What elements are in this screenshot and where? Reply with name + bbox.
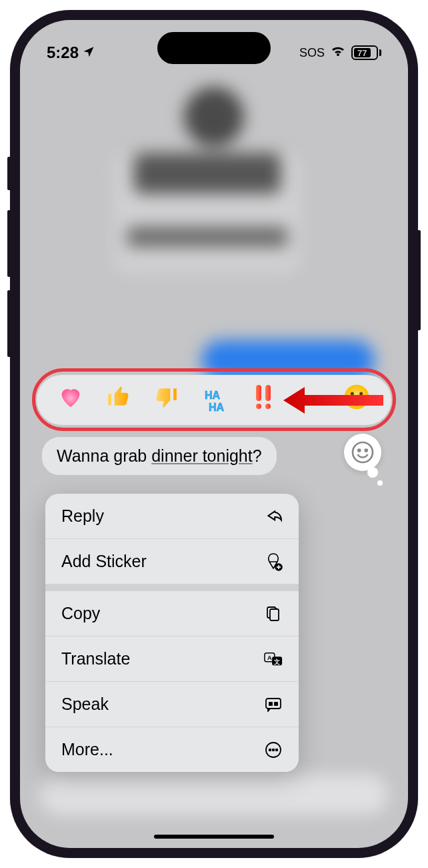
menu-more-label: More... [61,740,113,759]
battery-level: 77 [354,48,371,57]
sticker-icon [264,552,283,571]
translate-icon: A文 [264,650,283,669]
speak-icon [264,695,283,714]
svg-point-11 [365,450,367,452]
tapback-thumbsup-icon[interactable] [106,384,131,416]
svg-text:A: A [267,654,272,661]
tapback-bar: HAHA [37,375,391,425]
menu-translate[interactable]: Translate A文 [45,636,299,682]
svg-point-24 [276,749,278,751]
svg-text:文: 文 [273,658,280,665]
more-icon [264,741,283,759]
reply-icon [264,507,283,526]
status-time: 5:28 [47,43,95,62]
message-text-prefix: Wanna grab [57,446,151,465]
message-bubble[interactable]: Wanna grab dinner tonight? [42,437,277,475]
menu-speak[interactable]: Speak [45,682,299,727]
menu-reply-label: Reply [61,506,104,526]
svg-rect-19 [269,703,272,705]
location-icon [83,45,95,61]
battery-indicator: 77 [351,45,381,60]
svg-rect-13 [270,609,279,620]
copy-icon [264,604,283,623]
tapback-custom-emoji-icon[interactable] [343,384,370,416]
svg-point-10 [358,450,360,452]
menu-add-sticker-label: Add Sticker [61,552,147,571]
power-button [418,230,421,330]
menu-copy-label: Copy [61,604,100,623]
menu-add-sticker[interactable]: Add Sticker [45,539,299,584]
menu-speak-label: Speak [61,695,109,714]
status-right: SOS 77 [299,44,381,61]
menu-reply[interactable]: Reply [45,494,299,539]
mute-switch [7,157,10,190]
sos-label: SOS [299,46,325,60]
volume-down-button [7,290,10,357]
dynamic-island [157,32,271,64]
svg-rect-2 [256,385,261,401]
phone-frame: 5:28 SOS 77 [10,10,418,858]
menu-copy[interactable]: Copy [45,591,299,636]
wifi-icon [330,44,346,61]
add-emoji-button[interactable] [344,434,381,471]
svg-point-7 [351,392,354,396]
svg-point-9 [353,442,373,462]
tapback-thumbsdown-icon[interactable] [153,384,179,416]
message-text-underlined: dinner tonight [151,446,253,465]
svg-rect-20 [275,703,277,705]
svg-point-3 [256,404,261,409]
menu-separator [45,584,299,591]
volume-up-button [7,210,10,277]
menu-more[interactable]: More... [45,727,299,772]
phone-screen: 5:28 SOS 77 [20,20,408,848]
tapback-exclaim-icon[interactable] [252,384,275,416]
svg-point-23 [273,749,275,751]
svg-text:HA: HA [205,390,221,401]
message-text-suffix: ? [253,446,262,465]
svg-point-22 [269,749,271,751]
time-label: 5:28 [47,43,79,62]
tapback-haha-icon[interactable]: HAHA [201,386,230,415]
svg-text:HA: HA [209,402,225,413]
svg-point-5 [265,404,271,409]
menu-translate-label: Translate [61,649,130,669]
tapback-heart-icon[interactable] [57,384,84,416]
svg-rect-4 [265,385,271,401]
svg-point-8 [360,392,363,396]
home-indicator[interactable] [154,835,274,839]
svg-rect-18 [266,699,281,709]
context-menu: Reply Add Sticker Copy Translate [45,494,299,772]
